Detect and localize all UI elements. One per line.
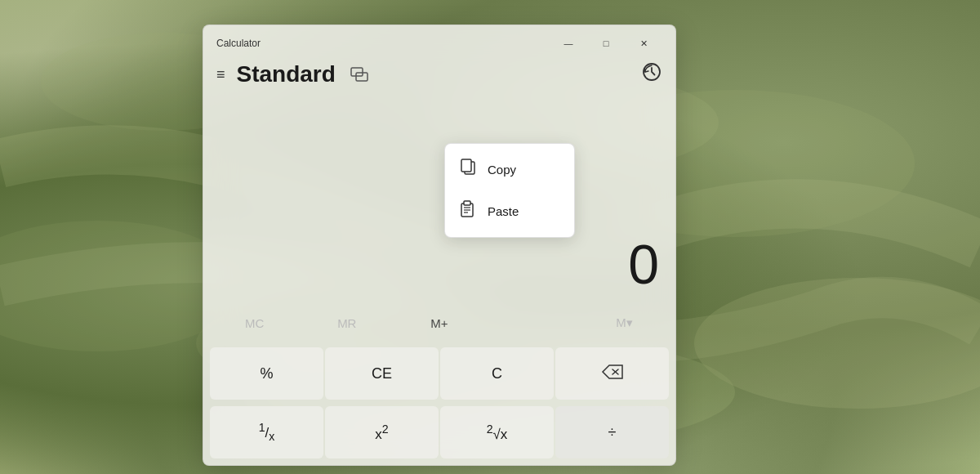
- display-value: 0: [628, 236, 659, 292]
- sqrt-button[interactable]: 2√x: [440, 406, 554, 458]
- menu-icon[interactable]: ≡: [216, 66, 225, 83]
- sqrt-label: 2√x: [487, 423, 508, 443]
- memory-clear-button[interactable]: MC: [210, 303, 299, 342]
- title-bar: Calculator — □ ✕: [203, 25, 675, 58]
- svg-rect-11: [461, 159, 471, 172]
- divide-button[interactable]: ÷: [555, 406, 669, 458]
- display-area: 0 Copy: [203, 94, 675, 302]
- paste-label: Paste: [488, 204, 519, 218]
- compact-view-icon[interactable]: [350, 67, 368, 82]
- ce-button[interactable]: CE: [325, 347, 439, 400]
- window-controls: — □ ✕: [550, 31, 662, 56]
- copy-icon: [460, 159, 476, 181]
- maximize-button[interactable]: □: [587, 31, 625, 56]
- memory-row: MC MR M+ M▾: [203, 302, 675, 347]
- calc-header: ≡ Standard: [203, 58, 675, 94]
- button-row-2: 1/x x2 2√x ÷: [203, 406, 675, 465]
- svg-rect-13: [464, 201, 470, 205]
- percent-label: %: [260, 365, 273, 382]
- clear-button[interactable]: C: [440, 347, 554, 400]
- context-menu-paste[interactable]: Paste: [445, 190, 574, 232]
- mode-title: Standard: [237, 61, 336, 87]
- window-title: Calculator: [216, 38, 261, 49]
- context-menu-copy[interactable]: Copy: [445, 149, 574, 190]
- divide-label: ÷: [608, 424, 617, 441]
- calculator-window: Calculator — □ ✕ ≡ Standard: [203, 25, 676, 466]
- square-button[interactable]: x2: [325, 406, 439, 458]
- history-icon[interactable]: [641, 61, 662, 87]
- memory-add-button[interactable]: M+: [394, 303, 483, 342]
- backspace-icon: [601, 364, 624, 384]
- svg-rect-7: [351, 68, 363, 76]
- minimize-button[interactable]: —: [550, 31, 587, 56]
- percent-button[interactable]: %: [210, 347, 323, 400]
- reciprocal-button[interactable]: 1/x: [210, 406, 323, 458]
- button-row-1: % CE C: [203, 347, 675, 406]
- context-menu: Copy Paste: [444, 143, 575, 238]
- square-label: x2: [375, 423, 388, 443]
- memory-recall-button[interactable]: MR: [302, 303, 391, 342]
- svg-rect-8: [356, 73, 368, 81]
- paste-icon: [460, 200, 476, 222]
- header-left: ≡ Standard: [216, 61, 368, 87]
- memory-dropdown-button[interactable]: M▾: [580, 303, 669, 342]
- close-button[interactable]: ✕: [625, 31, 662, 56]
- backspace-button[interactable]: [555, 347, 669, 400]
- clear-label: C: [492, 365, 502, 382]
- reciprocal-label: 1/x: [259, 421, 275, 443]
- ce-label: CE: [372, 365, 392, 382]
- copy-label: Copy: [488, 163, 516, 177]
